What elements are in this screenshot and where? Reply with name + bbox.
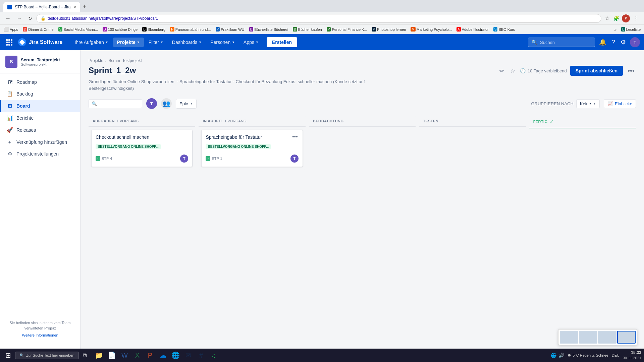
group-by-select[interactable]: Keine ▼ bbox=[576, 99, 600, 108]
sidebar-item-add-link[interactable]: + Verknüpfung hinzufügen bbox=[0, 136, 80, 148]
extensions-button[interactable]: 🧩 bbox=[612, 15, 621, 22]
story-icon: ▪ bbox=[96, 156, 100, 161]
column-title-in-arbeit: IN ARBEIT bbox=[203, 119, 222, 123]
browser-right-actions: ☆ 🧩 P ⋮ bbox=[603, 14, 641, 22]
backlog-icon: 📋 bbox=[6, 91, 13, 97]
sidebar-item-board[interactable]: ⊞ Board bbox=[0, 100, 80, 112]
bookmark-social[interactable]: SSocial Media Mana... bbox=[58, 27, 98, 32]
column-body-testen bbox=[419, 127, 526, 161]
browser-tab[interactable]: STP Board – Agile-Board – Jira ✕ bbox=[3, 2, 80, 12]
card-checkout[interactable]: Checkout schnell machen BESTELLVORGANG O… bbox=[91, 130, 193, 167]
sidebar-item-releases[interactable]: 🚀 Releases bbox=[0, 124, 80, 136]
notifications-button[interactable]: 🔔 bbox=[598, 37, 608, 47]
roadmap-icon: 🗺 bbox=[6, 79, 13, 85]
user-avatar-nav[interactable]: T bbox=[630, 37, 640, 47]
create-button[interactable]: Erstellen bbox=[267, 37, 297, 47]
nav-more-button[interactable]: ⋮ bbox=[631, 14, 641, 22]
new-tab-button[interactable]: + bbox=[80, 2, 89, 11]
nav-item-filter[interactable]: Filter ▼ bbox=[145, 38, 167, 47]
breadcrumb-project[interactable]: Scrum_Testprojekt bbox=[108, 58, 142, 63]
card-id-stp4: ▪ STP-4 bbox=[96, 156, 112, 161]
card-title: Checkout schnell machen bbox=[96, 134, 188, 141]
jira-logo[interactable]: Jira Software bbox=[15, 37, 65, 48]
card-epic-label[interactable]: BESTELLVORGANG ONLINE SHOPP... bbox=[96, 144, 161, 149]
sidebar-item-berichte[interactable]: 📊 Berichte bbox=[0, 112, 80, 124]
card-spracheingabe[interactable]: Spracheingabe für Tastatur ••• BESTELLVO… bbox=[201, 130, 303, 167]
tab-title: STP Board – Agile-Board – Jira bbox=[15, 5, 71, 9]
search-box[interactable]: 🔍 Suchen bbox=[528, 38, 595, 47]
address-bar[interactable]: 🔒 testdeutsch1.atlassian.net/jira/softwa… bbox=[36, 14, 601, 23]
card-assignee-stp4[interactable]: T bbox=[180, 155, 188, 163]
column-body-fertig bbox=[529, 128, 636, 162]
bookmark-bucherliste[interactable]: BBücherliste Bücherei bbox=[249, 27, 288, 32]
board-search-input[interactable]: 🔍 bbox=[89, 99, 142, 108]
user-filter-avatar[interactable]: T bbox=[146, 98, 157, 109]
bookmark-more[interactable]: » bbox=[614, 27, 616, 32]
bookmark-panorama[interactable]: PPanoramabahn und... bbox=[170, 27, 211, 32]
breadcrumb-projekte[interactable]: Projekte bbox=[89, 58, 103, 63]
waffle-icon bbox=[6, 39, 12, 46]
sprint-description: Grundlagen für den Online Shop vorbereit… bbox=[89, 78, 390, 92]
nav-item-dashboards[interactable]: Dashboards ▼ bbox=[168, 38, 206, 47]
group-avatar-filter[interactable]: 👥 bbox=[161, 98, 172, 109]
sidebar-item-backlog[interactable]: 📋 Backlog bbox=[0, 88, 80, 100]
sidebar-nav: 🗺 Roadmap 📋 Backlog ⊞ Board 📊 Berichte 🚀 bbox=[0, 76, 80, 160]
bookmark-praktikum[interactable]: PPraktikum WU bbox=[216, 27, 245, 32]
bookmark-seo[interactable]: SSEO Kurs bbox=[493, 27, 515, 32]
bookmark-dinner[interactable]: DDinner & Crime bbox=[23, 27, 53, 32]
chevron-down-icon: ▼ bbox=[593, 102, 596, 105]
url-text: testdeutsch1.atlassian.net/jira/software… bbox=[48, 16, 158, 21]
sprint-actions: ✏ ☆ 🕐 10 Tage verbleibend Sprint abschli… bbox=[498, 66, 636, 76]
group-by-label: GRUPPIEREN NACH bbox=[531, 101, 573, 106]
edit-sprint-button[interactable]: ✏ bbox=[498, 66, 505, 76]
logo-text: Jira Software bbox=[29, 39, 62, 45]
bookmark-apps[interactable]: ⬜Apps bbox=[3, 27, 18, 32]
waffle-menu-button[interactable] bbox=[4, 37, 14, 48]
column-title-testen: TESTEN bbox=[423, 119, 438, 123]
card-more-button[interactable]: ••• bbox=[291, 134, 299, 139]
bookmark-star-button[interactable]: ☆ bbox=[603, 14, 611, 22]
bookmark-personal-finance[interactable]: PPersonal Finance K... bbox=[327, 27, 367, 32]
check-icon: ✓ bbox=[550, 119, 554, 124]
sidebar-item-settings[interactable]: ⚙ Projekteinstellungen bbox=[0, 148, 80, 160]
star-sprint-button[interactable]: ☆ bbox=[509, 66, 517, 76]
bookmark-bloomberg[interactable]: BBloomberg bbox=[142, 27, 165, 32]
project-info: Scrum_Testprojekt Softwareprojekt bbox=[21, 57, 60, 66]
card-assignee-stp1[interactable]: T bbox=[290, 155, 299, 163]
clock-icon: 🕐 bbox=[520, 68, 526, 73]
card-epic-label[interactable]: BESTELLVORGANG ONLINE SHOPP... bbox=[206, 144, 271, 149]
thumbnail-strip[interactable] bbox=[558, 329, 637, 345]
group-by-section: GRUPPIEREN NACH Keine ▼ bbox=[531, 99, 600, 108]
board-search-field[interactable] bbox=[99, 101, 139, 106]
insights-icon: 📈 bbox=[607, 101, 613, 106]
bookmark-adobe[interactable]: AAdobe Illustrator bbox=[457, 27, 489, 32]
nav-item-aufgaben[interactable]: Ihre Aufgaben ▼ bbox=[70, 38, 112, 47]
help-button[interactable]: ? bbox=[610, 38, 616, 47]
settings-button[interactable]: ⚙ bbox=[619, 37, 627, 47]
nav-item-projekte[interactable]: Projekte ▼ bbox=[113, 38, 144, 47]
bookmark-bucher-kaufen[interactable]: BBücher kaufen bbox=[293, 27, 322, 32]
back-button[interactable]: ← bbox=[3, 14, 13, 23]
sprint-more-button[interactable]: ••• bbox=[626, 66, 636, 75]
sidebar-item-roadmap[interactable]: 🗺 Roadmap bbox=[0, 76, 80, 88]
nav-item-personen[interactable]: Personen ▼ bbox=[206, 38, 239, 47]
forward-button[interactable]: → bbox=[15, 14, 24, 23]
tab-close-icon[interactable]: ✕ bbox=[73, 5, 76, 9]
bookmark-leseliste[interactable]: LLeseliste bbox=[621, 27, 641, 32]
nav-item-apps[interactable]: Apps ▼ bbox=[239, 38, 263, 47]
insights-button[interactable]: 📈 Einblicke bbox=[604, 99, 636, 108]
board-columns: AUFGABEN 1 VORGANG Checkout schnell mach… bbox=[89, 116, 636, 170]
sprint-close-button[interactable]: Sprint abschließen bbox=[570, 66, 623, 76]
weitere-informationen-link[interactable]: Weitere Informationen bbox=[5, 333, 75, 338]
epic-filter-button[interactable]: Epic ▼ bbox=[176, 99, 197, 109]
main-layout: S Scrum_Testprojekt Softwareprojekt 🗺 Ro… bbox=[0, 50, 644, 349]
sprint-header: Sprint_1_2w ✏ ☆ 🕐 10 Tage verbleibend Sp… bbox=[89, 66, 636, 76]
project-avatar: S bbox=[5, 56, 17, 68]
bookmark-schone[interactable]: B100 schöne Dinge bbox=[103, 27, 138, 32]
column-header-in-arbeit: IN ARBEIT 1 VORGANG bbox=[199, 116, 305, 127]
reload-button[interactable]: ↻ bbox=[26, 14, 34, 22]
chevron-down-icon: ▼ bbox=[160, 41, 163, 44]
user-profile-nav[interactable]: P bbox=[622, 14, 630, 22]
bookmark-photoshop[interactable]: PPhotoshop lernen bbox=[372, 27, 406, 32]
bookmark-marketing[interactable]: MMarketing Psycholo... bbox=[411, 27, 452, 32]
